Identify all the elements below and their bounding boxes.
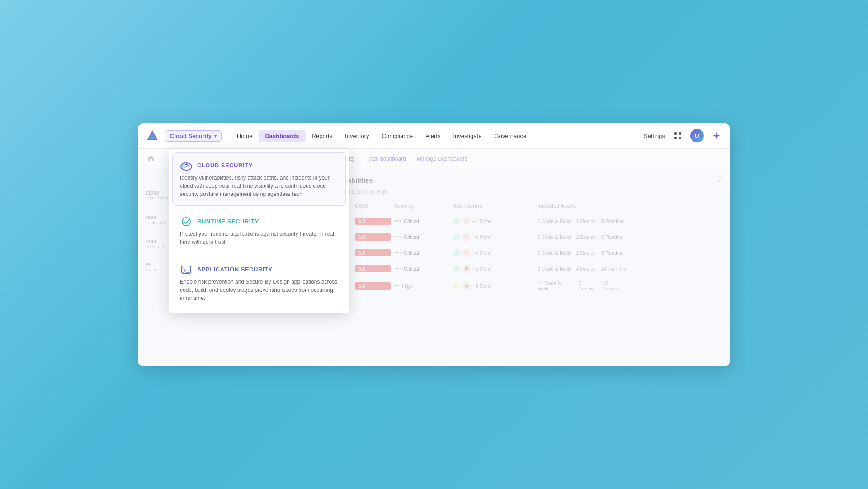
nav-reports[interactable]: Reports xyxy=(306,130,339,142)
grid-icon xyxy=(673,131,682,140)
runtime-security-icon xyxy=(180,216,193,227)
app-security-title: APPLICATION SECURITY xyxy=(197,266,273,273)
user-avatar[interactable]: U xyxy=(690,129,704,142)
dropdown-cloud-security[interactable]: CLOUD SECURITY Identify vulnerabilities,… xyxy=(172,152,346,206)
cloud-security-icon xyxy=(180,160,193,171)
security-dropdown: CLOUD SECURITY Identify vulnerabilities,… xyxy=(169,149,349,313)
cloud-security-title: CLOUD SECURITY xyxy=(197,162,253,169)
risk-x-0: ✕ xyxy=(462,217,471,225)
cvss-badge-1: 9.8 xyxy=(355,233,391,241)
cvss-badge-2: 9.8 xyxy=(355,249,391,256)
expand-icon[interactable]: ⤢ xyxy=(717,176,723,184)
col-risk: Risk Factors xyxy=(453,203,534,209)
nav-alerts[interactable]: Alerts xyxy=(419,130,447,142)
add-dashboard-btn[interactable]: Add dashboard xyxy=(364,153,410,164)
nav-compliance[interactable]: Compliance xyxy=(376,130,420,142)
risk-icons-2: ✓ ✕ +4 More xyxy=(453,249,534,257)
browser-window: Cloud Security ▾ Home Dashboards Reports… xyxy=(138,123,730,366)
severity-3: •••• Critical xyxy=(395,266,449,271)
severity-2: •••• Critical xyxy=(395,250,449,256)
severity-4: ••• High xyxy=(395,283,449,289)
risk-icons-1: ✓ ✕ +4 More xyxy=(453,233,534,241)
severity-0: •••• Critical xyxy=(395,218,449,224)
dropdown-app-security[interactable]: APPLICATION SECURITY Enable risk prevent… xyxy=(172,256,346,310)
col-severity: Severity xyxy=(395,203,449,209)
severity-1: •••• Critical xyxy=(395,234,449,240)
app-security-icon xyxy=(180,264,193,275)
runtime-security-desc: Protect your runtime applications agains… xyxy=(180,230,338,246)
risk-check-0: ✓ xyxy=(453,217,461,225)
manage-dashboards-btn[interactable]: Manage Dashboards xyxy=(412,153,472,164)
top-nav: Cloud Security ▾ Home Dashboards Reports… xyxy=(138,123,730,149)
svg-rect-5 xyxy=(679,137,681,139)
brand-chevron-icon: ▾ xyxy=(214,133,217,138)
dropdown-cloud-security-header: CLOUD SECURITY xyxy=(180,160,338,171)
assets-4: 14 Code & Build 7 Deploy 32 Runtime xyxy=(538,280,628,291)
col-assets: Impacted Assets xyxy=(538,203,628,209)
risk-icons-3: ✓ ⊠ +5 More xyxy=(453,265,534,273)
risk-check-3: ✓ xyxy=(453,265,461,273)
cvss-badge-4: 9.8 xyxy=(355,282,391,290)
cloud-security-desc: Identify vulnerabilities, risky attack p… xyxy=(180,174,338,198)
svg-point-8 xyxy=(182,218,190,226)
sparkle-icon xyxy=(712,131,722,141)
risk-warn-4: ⚠ xyxy=(453,282,461,290)
risk-icons-0: ✓ ✕ +4 More xyxy=(453,217,534,225)
assets-3: 6 Code & Build 4 Deploy 14 Runtime xyxy=(538,266,628,271)
cvss-badge-0: 9.8 xyxy=(355,218,391,225)
settings-link[interactable]: Settings xyxy=(644,133,665,139)
dropdown-runtime-security[interactable]: RUNTIME SECURITY Protect your runtime ap… xyxy=(172,209,346,254)
risk-check-1: ✓ xyxy=(453,233,461,241)
nav-right: Settings U xyxy=(644,129,723,142)
logo[interactable] xyxy=(145,128,160,143)
assets-2: 0 Code & Build 2 Deploy 6 Runtime xyxy=(538,250,628,256)
sparkle-btn[interactable] xyxy=(710,129,723,142)
home-icon[interactable] xyxy=(147,154,163,163)
nav-governance[interactable]: Governance xyxy=(488,130,533,142)
brand-dropdown-trigger[interactable]: Cloud Security ▾ xyxy=(165,130,222,142)
nav-items: Home Dashboards Reports Inventory Compli… xyxy=(231,130,644,142)
cvss-badge-3: 9.8 xyxy=(355,265,391,272)
dropdown-app-security-header: APPLICATION SECURITY xyxy=(180,264,338,275)
brand-label: Cloud Security xyxy=(170,133,212,139)
risk-x-1: ✕ xyxy=(462,233,471,241)
svg-rect-4 xyxy=(674,137,677,139)
nav-investigate[interactable]: Investigate xyxy=(447,130,488,142)
assets-0: 0 Code & Build 1 Deploy 8 Runtime xyxy=(538,218,628,224)
risk-x-3: ⊠ xyxy=(462,265,471,273)
svg-rect-3 xyxy=(679,132,681,135)
assets-1: 0 Code & Build 2 Deploy 6 Runtime xyxy=(538,234,628,240)
risk-x-2: ✕ xyxy=(462,249,471,257)
grid-icon-btn[interactable] xyxy=(671,129,684,142)
runtime-security-title: RUNTIME SECURITY xyxy=(197,218,259,225)
nav-home[interactable]: Home xyxy=(231,130,259,142)
nav-inventory[interactable]: Inventory xyxy=(339,130,375,142)
dropdown-runtime-security-header: RUNTIME SECURITY xyxy=(180,216,338,227)
svg-rect-2 xyxy=(674,132,677,135)
nav-dashboards[interactable]: Dashboards xyxy=(259,130,305,142)
risk-icons-4: ⚠ ⊠ +3 More xyxy=(453,282,534,290)
app-security-desc: Enable risk prevention and Secure-By-Des… xyxy=(180,278,338,302)
col-cvss: CVSS xyxy=(355,203,391,209)
risk-check-2: ✓ xyxy=(453,249,461,257)
risk-x-4: ⊠ xyxy=(462,282,471,290)
